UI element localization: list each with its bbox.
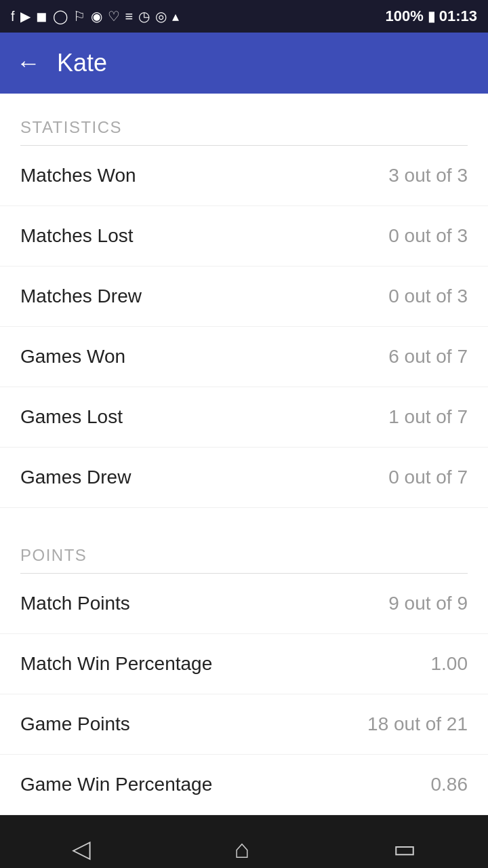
matches-lost-row: Matches Lost 0 out of 3 xyxy=(0,206,488,267)
games-won-row: Games Won 6 out of 7 xyxy=(0,327,488,387)
alarm-icon: ◷ xyxy=(138,8,150,24)
matches-drew-label: Matches Drew xyxy=(20,285,142,307)
match-win-percentage-label: Match Win Percentage xyxy=(20,653,212,675)
match-points-row: Match Points 9 out of 9 xyxy=(0,574,488,634)
matches-lost-label: Matches Lost xyxy=(20,225,134,247)
game-points-row: Game Points 18 out of 21 xyxy=(0,694,488,755)
games-lost-row: Games Lost 1 out of 7 xyxy=(0,387,488,448)
statistics-section-header: STATISTICS xyxy=(0,94,488,145)
main-content: STATISTICS Matches Won 3 out of 3 Matche… xyxy=(0,94,488,815)
music-icon: ▶ xyxy=(20,8,30,24)
bag-icon: ♡ xyxy=(108,8,120,24)
matches-drew-value: 0 out of 3 xyxy=(388,285,468,307)
games-lost-label: Games Lost xyxy=(20,406,123,428)
bottom-nav: ◁ ⌂ ▭ xyxy=(0,815,488,868)
nav-recent-button[interactable]: ▭ xyxy=(393,835,416,863)
status-bar: f ▶ ◼ ◯ ⚐ ◉ ♡ ≡ ◷ ◎ ▴ 100% ▮ 01:13 xyxy=(0,0,488,33)
statistics-section: STATISTICS Matches Won 3 out of 3 Matche… xyxy=(0,94,488,508)
games-won-value: 6 out of 7 xyxy=(388,346,468,368)
matches-drew-row: Matches Drew 0 out of 3 xyxy=(0,267,488,327)
photo-icon: ◼ xyxy=(36,8,47,24)
globe-icon: ◉ xyxy=(91,8,102,24)
matches-won-value: 3 out of 3 xyxy=(388,165,468,186)
games-drew-row: Games Drew 0 out of 7 xyxy=(0,448,488,508)
page-title: Kate xyxy=(57,49,107,77)
back-button[interactable]: ← xyxy=(16,49,41,77)
battery-percentage: 100% xyxy=(385,7,423,25)
fb-icon: f xyxy=(11,9,15,24)
match-win-percentage-value: 1.00 xyxy=(431,653,468,675)
bulb-icon: ◯ xyxy=(53,8,68,24)
game-points-value: 18 out of 21 xyxy=(367,713,468,735)
vibrate-icon: ≡ xyxy=(125,9,134,24)
status-right: 100% ▮ 01:13 xyxy=(385,7,477,25)
points-section-header: POINTS xyxy=(0,521,488,573)
match-points-label: Match Points xyxy=(20,593,130,614)
time-display: 01:13 xyxy=(439,7,477,25)
games-drew-label: Games Drew xyxy=(20,467,131,488)
game-points-label: Game Points xyxy=(20,713,130,735)
nav-back-button[interactable]: ◁ xyxy=(72,835,91,863)
wifi-icon: ◎ xyxy=(155,8,167,24)
signal-icon: ▴ xyxy=(172,8,179,24)
matches-won-row: Matches Won 3 out of 3 xyxy=(0,146,488,206)
flag-icon: ⚐ xyxy=(73,8,85,24)
game-win-percentage-row: Game Win Percentage 0.86 xyxy=(0,755,488,815)
game-win-percentage-label: Game Win Percentage xyxy=(20,774,212,795)
matches-won-label: Matches Won xyxy=(20,165,136,186)
match-win-percentage-row: Match Win Percentage 1.00 xyxy=(0,634,488,694)
games-drew-value: 0 out of 7 xyxy=(388,467,468,488)
nav-home-button[interactable]: ⌂ xyxy=(235,835,250,864)
match-points-value: 9 out of 9 xyxy=(388,593,468,614)
battery-icon: ▮ xyxy=(428,8,435,24)
games-won-label: Games Won xyxy=(20,346,125,368)
points-section: POINTS Match Points 9 out of 9 Match Win… xyxy=(0,521,488,815)
games-lost-value: 1 out of 7 xyxy=(388,406,468,428)
status-icons-left: f ▶ ◼ ◯ ⚐ ◉ ♡ ≡ ◷ ◎ ▴ xyxy=(11,8,179,24)
top-bar: ← Kate xyxy=(0,33,488,94)
game-win-percentage-value: 0.86 xyxy=(431,774,468,795)
matches-lost-value: 0 out of 3 xyxy=(388,225,468,247)
